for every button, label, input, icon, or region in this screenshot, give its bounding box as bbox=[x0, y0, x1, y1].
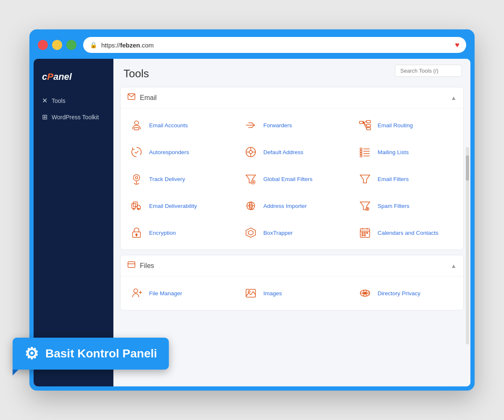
svg-point-15 bbox=[249, 150, 252, 154]
svg-point-1 bbox=[134, 121, 138, 125]
sidebar-item-wordpress[interactable]: ⊞ WordPress Toolkit bbox=[34, 109, 113, 125]
tool-address-importer[interactable]: Address Importer bbox=[235, 192, 349, 219]
browser-window: 🔒 https://febzen.com ♥ cPanel ✕ Tools ⊞ … bbox=[29, 29, 475, 391]
tool-mailing-lists[interactable]: Mailing Lists bbox=[349, 139, 463, 165]
sidebar-wordpress-label: WordPress Toolkit bbox=[52, 114, 99, 121]
tool-email-routing[interactable]: Email Routing bbox=[349, 112, 463, 139]
tool-calendars-contacts[interactable]: Calendars and Contacts bbox=[349, 219, 463, 246]
files-section: Files ▲ bbox=[120, 255, 464, 310]
tool-file-manager[interactable]: File Manager bbox=[121, 280, 235, 307]
global-email-filters-icon bbox=[243, 171, 258, 186]
url-display: https://febzen.com bbox=[101, 42, 451, 49]
svg-rect-37 bbox=[134, 202, 137, 207]
files-icon bbox=[127, 260, 136, 271]
directory-privacy-icon bbox=[357, 286, 373, 301]
svg-line-12 bbox=[363, 122, 367, 129]
track-delivery-icon bbox=[129, 171, 144, 186]
address-importer-icon bbox=[243, 198, 258, 213]
mailing-lists-label: Mailing Lists bbox=[378, 149, 409, 155]
file-manager-label: File Manager bbox=[149, 290, 182, 297]
encryption-label: Encryption bbox=[149, 230, 176, 236]
tool-spam-filters[interactable]: Spam Filters bbox=[349, 192, 463, 219]
email-collapse-icon[interactable]: ▲ bbox=[451, 94, 457, 101]
tool-default-address[interactable]: Default Address bbox=[235, 139, 349, 165]
scrollbar-thumb[interactable] bbox=[466, 155, 469, 181]
search-input[interactable] bbox=[395, 65, 462, 77]
email-routing-icon bbox=[357, 118, 373, 133]
spam-filters-label: Spam Filters bbox=[378, 203, 410, 209]
svg-rect-7 bbox=[367, 121, 370, 123]
forwarders-label: Forwarders bbox=[263, 122, 292, 129]
svg-point-68 bbox=[248, 291, 250, 293]
tools-icon: ✕ bbox=[42, 97, 47, 105]
tool-autoresponders[interactable]: Autoresponders bbox=[121, 139, 235, 165]
svg-point-28 bbox=[134, 175, 140, 181]
tool-directory-privacy[interactable]: Directory Privacy bbox=[349, 280, 463, 307]
tool-boxtrapper[interactable]: BoxTrapper bbox=[235, 219, 349, 246]
email-section-title: Email bbox=[127, 92, 157, 103]
svg-marker-35 bbox=[360, 175, 370, 183]
svg-rect-2 bbox=[134, 128, 139, 130]
spam-filters-icon bbox=[357, 198, 373, 213]
browser-content: cPanel ✕ Tools ⊞ WordPress Toolkit Tools bbox=[34, 59, 470, 386]
svg-marker-51 bbox=[246, 228, 256, 238]
tool-encryption[interactable]: Encryption bbox=[121, 219, 235, 246]
files-collapse-icon[interactable]: ▲ bbox=[451, 262, 457, 269]
email-routing-label: Email Routing bbox=[378, 122, 413, 129]
wordpress-icon: ⊞ bbox=[42, 113, 47, 121]
forwarders-icon bbox=[243, 118, 258, 133]
tool-email-deliverability[interactable]: Email Deliverability bbox=[121, 192, 235, 219]
maximize-button[interactable] bbox=[66, 40, 76, 50]
badge-overlay: ⚙ Basit Kontrol Paneli bbox=[13, 338, 169, 370]
tool-email-accounts[interactable]: Email Accounts bbox=[121, 112, 235, 139]
email-icon bbox=[127, 92, 136, 103]
email-deliverability-icon bbox=[129, 198, 144, 213]
sidebar-item-tools[interactable]: ✕ Tools bbox=[34, 92, 113, 109]
default-address-label: Default Address bbox=[263, 149, 303, 155]
svg-point-25 bbox=[360, 150, 362, 152]
svg-marker-52 bbox=[248, 230, 253, 235]
images-label: Images bbox=[263, 290, 282, 297]
autoresponders-icon bbox=[129, 144, 144, 160]
svg-point-26 bbox=[360, 152, 362, 155]
track-delivery-label: Track Delivery bbox=[149, 176, 185, 182]
svg-rect-59 bbox=[367, 232, 368, 234]
email-accounts-label: Email Accounts bbox=[149, 122, 188, 129]
minimize-button[interactable] bbox=[52, 40, 62, 50]
email-filters-label: Email Filters bbox=[378, 176, 409, 182]
svg-rect-9 bbox=[367, 128, 370, 130]
cpanel-logo: cPanel bbox=[34, 67, 113, 92]
lock-icon: 🔒 bbox=[90, 42, 97, 48]
email-section: Email ▲ Email Acco bbox=[120, 87, 464, 250]
browser-chrome: 🔒 https://febzen.com ♥ bbox=[29, 29, 475, 59]
badge-gear-icon: ⚙ bbox=[24, 344, 39, 363]
autoresponders-label: Autoresponders bbox=[149, 149, 189, 155]
svg-point-39 bbox=[133, 208, 135, 210]
search-bar bbox=[395, 65, 462, 77]
tool-images[interactable]: Images bbox=[235, 280, 349, 307]
calendars-contacts-label: Calendars and Contacts bbox=[378, 230, 438, 236]
sidebar: cPanel ✕ Tools ⊞ WordPress Toolkit bbox=[34, 59, 113, 386]
files-tools-grid: File Manager Images bbox=[121, 276, 463, 310]
email-deliverability-label: Email Deliverability bbox=[149, 203, 197, 209]
sidebar-tools-label: Tools bbox=[52, 97, 66, 104]
email-section-header: Email ▲ bbox=[121, 87, 463, 108]
svg-rect-58 bbox=[364, 232, 365, 234]
default-address-icon bbox=[243, 144, 258, 160]
svg-rect-62 bbox=[128, 262, 135, 267]
tool-email-filters[interactable]: Email Filters bbox=[349, 165, 463, 192]
address-importer-label: Address Importer bbox=[263, 203, 307, 209]
email-tools-grid: Email Accounts Forwarders bbox=[121, 108, 463, 249]
tool-forwarders[interactable]: Forwarders bbox=[235, 112, 349, 139]
svg-point-24 bbox=[360, 148, 362, 150]
mailing-lists-icon bbox=[357, 144, 373, 160]
files-section-title: Files bbox=[127, 260, 154, 271]
tool-global-email-filters[interactable]: Global Email Filters bbox=[235, 165, 349, 192]
main-content: Tools Email ▲ bbox=[113, 59, 470, 386]
global-email-filters-label: Global Email Filters bbox=[263, 176, 312, 182]
address-bar[interactable]: 🔒 https://febzen.com ♥ bbox=[83, 37, 466, 53]
tool-track-delivery[interactable]: Track Delivery bbox=[121, 165, 235, 192]
scrollbar-track[interactable] bbox=[466, 147, 469, 344]
close-button[interactable] bbox=[38, 40, 48, 50]
boxtrapper-label: BoxTrapper bbox=[263, 230, 293, 236]
